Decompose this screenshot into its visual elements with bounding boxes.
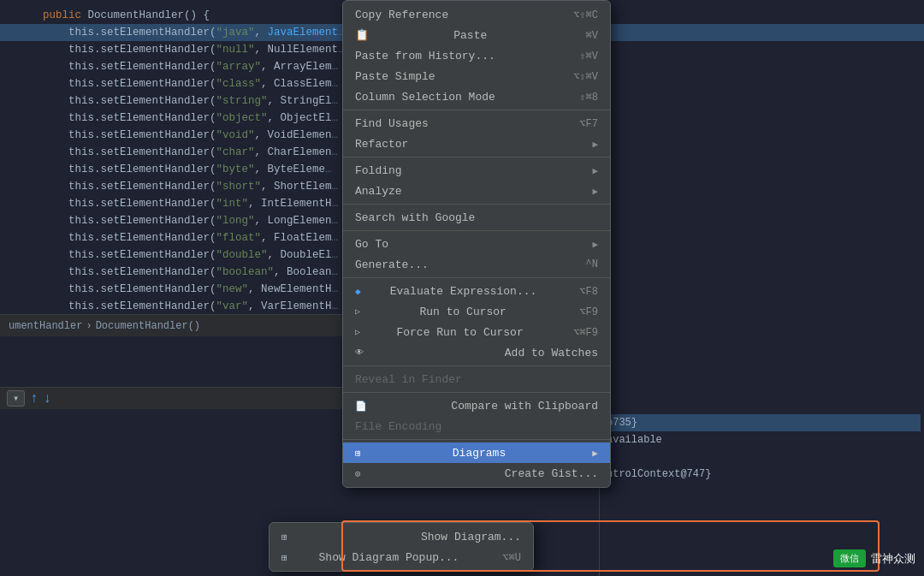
menu-item-shortcut: ⌥⌘U (502, 551, 521, 564)
menu-item-label: Search with Google (355, 211, 475, 224)
menu-item-shortcut: ⌘V (586, 29, 598, 42)
watermark-label: 雷神众测 (871, 551, 915, 567)
menu-item-shortcut: ⌥⇧⌘V (573, 70, 598, 83)
show-diagram-popup-icon: ⊞ (281, 552, 287, 563)
menu-separator (343, 230, 610, 231)
var-line (603, 448, 921, 466)
menu-item-show-diagram[interactable]: ⊞ Show Diagram... (270, 526, 533, 547)
menu-item-label: Find Usages (355, 117, 429, 130)
menu-item-label: Add to Watches (505, 347, 598, 359)
menu-item-search-google[interactable]: Search with Google (343, 207, 610, 228)
menu-item-shortcut: ⌥⇧⌘C (573, 9, 598, 21)
menu-item-paste-simple[interactable]: Paste Simple ⌥⇧⌘V (343, 66, 610, 86)
submenu-arrow-icon: ▶ (592, 139, 598, 150)
gist-icon: ⊙ (355, 468, 361, 479)
scroll-up-button[interactable]: ↑ (30, 391, 38, 407)
menu-item-label: Run to Cursor (419, 306, 506, 318)
menu-item-label: File Encoding (355, 420, 441, 433)
watermark-icon: 微信 (833, 549, 866, 567)
menu-item-shortcut: ⌥F8 (579, 285, 598, 298)
menu-item-shortcut: ⇧⌘8 (579, 91, 598, 104)
submenu-arrow-icon: ▶ (592, 165, 598, 176)
debug-dropdown[interactable]: ▾ (7, 390, 25, 407)
submenu-arrow-icon: ▶ (592, 448, 598, 459)
menu-item-label: Paste Simple (355, 70, 435, 83)
menu-item-column-selection[interactable]: Column Selection Mode ⇧⌘8 (343, 86, 610, 107)
var-line: available (603, 431, 921, 448)
menu-separator (343, 277, 610, 278)
menu-item-force-run-cursor[interactable]: ▷ Force Run to Cursor ⌥⌘F9 (343, 322, 610, 342)
menu-item-show-diagram-popup[interactable]: ⊞ Show Diagram Popup... ⌥⌘U (270, 547, 533, 567)
menu-item-label: Show Diagram Popup... (319, 551, 459, 564)
menu-item-go-to[interactable]: Go To ▶ (343, 234, 610, 254)
menu-item-label: Folding (355, 164, 402, 177)
menu-item-refactor[interactable]: Refactor ▶ (343, 134, 610, 154)
menu-separator (343, 204, 610, 205)
menu-item-label: Generate... (355, 258, 429, 271)
submenu-arrow-icon: ▶ (592, 186, 598, 197)
menu-item-create-gist[interactable]: ⊙ Create Gist... (343, 463, 610, 484)
menu-item-file-encoding[interactable]: File Encoding (343, 416, 610, 436)
menu-item-label: Analyze (355, 185, 402, 198)
menu-item-label: Create Gist... (505, 467, 598, 480)
menu-item-label: Force Run to Cursor (396, 326, 523, 339)
menu-item-shortcut: ⌥F9 (579, 306, 598, 318)
diagrams-icon: ⊞ (355, 448, 361, 459)
menu-item-copy-reference[interactable]: Copy Reference ⌥⇧⌘C (343, 4, 610, 25)
menu-item-label: Compare with Clipboard (451, 400, 598, 413)
menu-item-run-cursor[interactable]: ▷ Run to Cursor ⌥F9 (343, 301, 610, 322)
menu-separator (343, 392, 610, 393)
watermark: 微信 雷神众测 (833, 549, 915, 567)
menu-item-label: Show Diagram... (421, 531, 521, 543)
breadcrumb-separator: › (86, 320, 92, 332)
menu-item-evaluate-expression[interactable]: ◆ Evaluate Expression... ⌥F8 (343, 281, 610, 301)
menu-item-label: Paste (453, 29, 487, 42)
scroll-down-button[interactable]: ↓ (44, 391, 52, 407)
menu-item-shortcut: ^N (586, 258, 598, 270)
force-run-icon: ▷ (355, 327, 360, 337)
menu-item-label: Column Selection Mode (355, 91, 495, 104)
submenu-arrow-icon: ▶ (592, 239, 598, 250)
breadcrumb-part1: umentHandler (9, 320, 82, 332)
watches-icon: 👁 (355, 347, 364, 358)
paste-icon: 📋 (355, 28, 369, 42)
diagrams-submenu: ⊞ Show Diagram... ⊞ Show Diagram Popup..… (269, 522, 534, 572)
menu-item-shortcut: ⌥⌘F9 (573, 326, 598, 339)
var-line: o735} (603, 414, 921, 431)
menu-separator (343, 439, 610, 440)
breadcrumb: umentHandler › DocumentHandler() (0, 314, 342, 336)
menu-item-analyze[interactable]: Analyze ▶ (343, 181, 610, 201)
menu-item-folding[interactable]: Folding ▶ (343, 160, 610, 181)
menu-item-label: Refactor (355, 138, 408, 151)
menu-item-label: Paste from History... (355, 50, 495, 62)
menu-separator (343, 110, 610, 110)
var-line: ntrolContext@747} (603, 466, 921, 483)
menu-item-add-watches[interactable]: 👁 Add to Watches (343, 342, 610, 363)
run-icon: ▷ (355, 306, 360, 317)
menu-item-label: Diagrams (453, 447, 506, 460)
menu-item-shortcut: ⌥F7 (579, 117, 598, 130)
menu-item-label: Copy Reference (355, 9, 448, 21)
menu-item-label: Go To (355, 238, 388, 251)
menu-item-paste[interactable]: 📋 Paste ⌘V (343, 25, 610, 45)
debug-toolbar: ▾ ↑ ↓ (0, 387, 342, 409)
show-diagram-icon: ⊞ (281, 531, 287, 543)
breadcrumb-part2: DocumentHandler() (96, 320, 200, 332)
menu-item-diagrams[interactable]: ⊞ Diagrams ▶ (343, 442, 610, 463)
compare-icon: 📄 (355, 401, 367, 412)
menu-item-label: Reveal in Finder (355, 373, 462, 386)
context-menu: Copy Reference ⌥⇧⌘C 📋 Paste ⌘V Paste fro… (342, 0, 611, 488)
menu-item-label: Evaluate Expression... (390, 285, 537, 298)
menu-item-shortcut: ⇧⌘V (579, 50, 598, 62)
menu-item-reveal-finder[interactable]: Reveal in Finder (343, 369, 610, 389)
menu-item-compare-clipboard[interactable]: 📄 Compare with Clipboard (343, 395, 610, 416)
menu-separator (343, 365, 610, 366)
menu-separator (343, 157, 610, 157)
menu-item-find-usages[interactable]: Find Usages ⌥F7 (343, 113, 610, 134)
menu-item-generate[interactable]: Generate... ^N (343, 254, 610, 275)
menu-item-paste-history[interactable]: Paste from History... ⇧⌘V (343, 45, 610, 66)
evaluate-icon: ◆ (355, 286, 361, 297)
